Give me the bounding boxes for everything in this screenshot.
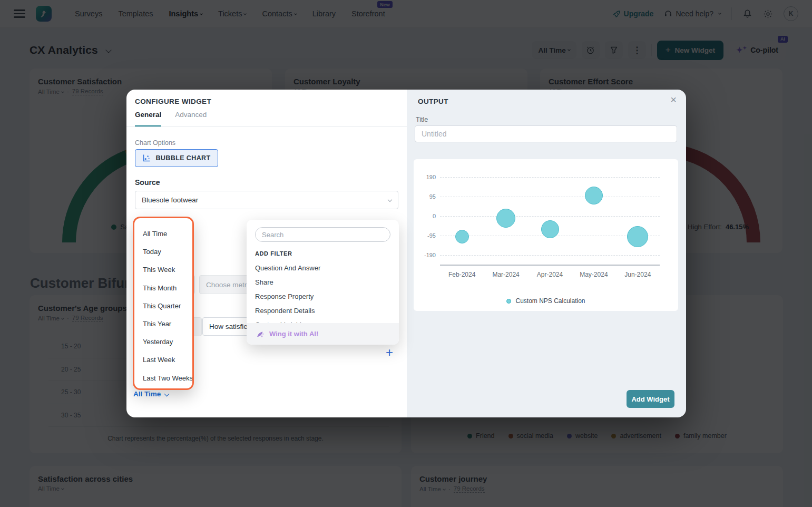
filter-options: Question And AnswerShareResponse Propert… bbox=[255, 261, 394, 332]
source-select[interactable]: Bluesole footwear bbox=[135, 191, 398, 209]
time-option[interactable]: Yesterday bbox=[134, 333, 192, 351]
source-label: Source bbox=[135, 178, 160, 187]
x-axis-label: Jun-2024 bbox=[615, 271, 660, 278]
tab-general[interactable]: General bbox=[135, 111, 161, 126]
time-option[interactable]: Today bbox=[134, 243, 192, 261]
y-axis-tick: 95 bbox=[414, 193, 436, 200]
filter-option[interactable]: Share bbox=[255, 275, 394, 289]
y-axis-tick: 190 bbox=[414, 174, 436, 180]
legend-dot bbox=[506, 299, 511, 304]
time-range-dropdown: All TimeTodayThis WeekThis MonthThis Qua… bbox=[133, 217, 194, 390]
data-bubble bbox=[541, 220, 559, 238]
chart-options-label: Chart Options bbox=[135, 139, 175, 147]
bubble-chart-icon bbox=[142, 154, 151, 162]
output-panel: OUTPUT × Title Custom NPS Calculation 19… bbox=[407, 90, 686, 417]
time-option[interactable]: All Time bbox=[134, 225, 192, 243]
legend-label: Custom NPS Calculation bbox=[515, 297, 585, 305]
filter-option[interactable]: Question And Answer bbox=[255, 261, 394, 275]
chart-legend: Custom NPS Calculation bbox=[414, 297, 678, 305]
time-option[interactable]: Last Two Weeks bbox=[134, 369, 192, 387]
x-axis-label: Apr-2024 bbox=[528, 271, 572, 278]
title-field-label: Title bbox=[416, 116, 428, 123]
time-option[interactable]: This Month bbox=[134, 279, 192, 297]
add-filter-dropdown: ADD FILTER Question And AnswerShareRespo… bbox=[247, 220, 399, 345]
add-widget-button[interactable]: Add Widget bbox=[627, 390, 674, 408]
search-input[interactable] bbox=[255, 227, 390, 242]
time-option[interactable]: Last Week bbox=[134, 351, 192, 369]
time-option[interactable]: This Week bbox=[134, 261, 192, 279]
gridline bbox=[440, 197, 660, 197]
data-bubble bbox=[496, 209, 515, 228]
filter-option[interactable]: Respondent Details bbox=[255, 304, 394, 318]
time-option[interactable]: This Quarter bbox=[134, 297, 192, 315]
close-icon[interactable]: × bbox=[670, 94, 677, 106]
widget-time-filter-link[interactable]: All Time bbox=[133, 390, 169, 398]
wing-it-with-ai-button[interactable]: Wing it with AI! bbox=[247, 323, 399, 345]
gridline bbox=[440, 216, 660, 217]
y-axis-tick: -95 bbox=[414, 232, 436, 239]
x-axis-label: May-2024 bbox=[572, 271, 616, 278]
add-row-button[interactable]: + bbox=[386, 346, 393, 359]
modal-title: CONFIGURE WIDGET bbox=[135, 97, 211, 105]
data-bubble bbox=[627, 226, 648, 247]
configure-widget-modal: CONFIGURE WIDGET General Advanced Chart … bbox=[126, 90, 686, 417]
add-filter-label: ADD FILTER bbox=[255, 250, 292, 257]
data-bubble bbox=[585, 187, 603, 204]
x-axis-line bbox=[440, 265, 660, 266]
y-axis-tick: 0 bbox=[414, 213, 436, 219]
feather-ai-icon bbox=[256, 330, 265, 338]
bubble-chart: Custom NPS Calculation 190950-95-190Feb-… bbox=[414, 159, 678, 311]
configure-panel: CONFIGURE WIDGET General Advanced Chart … bbox=[126, 90, 407, 417]
gridline bbox=[440, 255, 660, 256]
time-option[interactable]: This Year bbox=[134, 315, 192, 333]
widget-title-input[interactable] bbox=[415, 125, 677, 142]
bubble-chart-type-button[interactable]: BUBBLE CHART bbox=[135, 149, 218, 167]
chevron-down-icon bbox=[164, 391, 170, 396]
tab-advanced[interactable]: Advanced bbox=[175, 111, 207, 126]
output-title: OUTPUT bbox=[418, 97, 448, 105]
gridline bbox=[440, 177, 660, 178]
filter-option[interactable]: Response Property bbox=[255, 289, 394, 304]
y-axis-tick: -190 bbox=[414, 252, 436, 258]
tab-bar: General Advanced bbox=[126, 111, 407, 127]
data-bubble bbox=[455, 230, 469, 243]
chevron-down-icon bbox=[388, 197, 392, 201]
x-axis-label: Mar-2024 bbox=[484, 271, 528, 278]
x-axis-label: Feb-2024 bbox=[440, 271, 484, 278]
